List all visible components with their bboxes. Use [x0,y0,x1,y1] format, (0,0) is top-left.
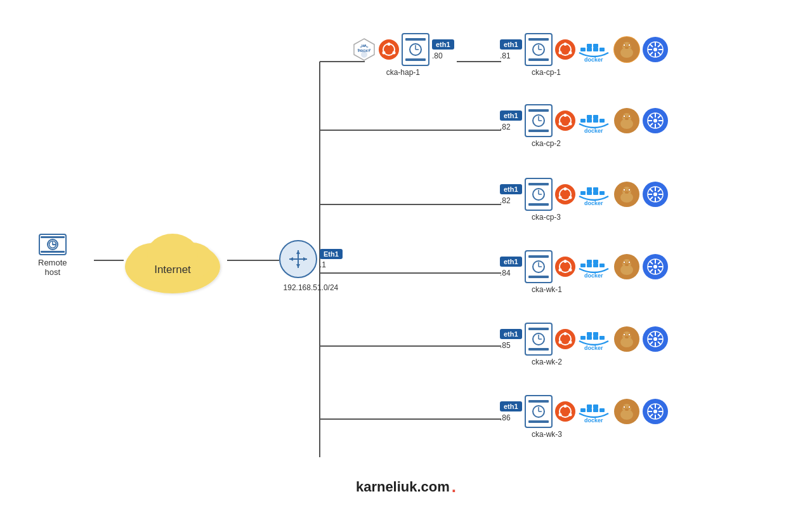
hap1-node: HA PROXY [352,33,454,77]
svg-point-165 [653,265,657,269]
hap1-ubuntu-icon [379,39,399,60]
hap1-ip: .80 [432,51,443,60]
svg-rect-181 [580,336,586,340]
cp2-ubuntu-icon [555,110,575,131]
cp2-eth-badge: eth1 [500,110,522,121]
cp1-node: eth1 .81 [500,33,668,77]
cp3-ubuntu-icon [555,184,575,204]
svg-rect-118 [587,187,592,191]
svg-rect-90 [599,119,605,123]
footer: karneliuk.com. [356,477,456,497]
cp1-containerd-icon [613,36,640,63]
wk2-docker-icon: docker [578,324,611,354]
cp3-eth-badge: eth1 [500,184,522,194]
cp2-k8s-icon [643,108,668,133]
cp2-containerd-icon [613,107,640,134]
svg-rect-150 [587,260,592,264]
router-icon [279,240,317,278]
cp2-node: eth1 .82 [500,104,668,148]
svg-point-193 [623,334,624,335]
svg-line-236 [658,406,661,409]
cp3-k8s-icon [643,182,668,207]
svg-line-141 [650,197,653,200]
wk2-server-icon [525,323,553,356]
wk1-label: cka-wk-1 [532,285,562,294]
svg-line-237 [650,414,653,417]
svg-point-84 [568,123,572,126]
svg-point-35 [360,46,362,48]
wk3-docker-icon: docker [578,397,611,426]
svg-rect-153 [593,264,598,267]
svg-rect-183 [587,336,592,340]
svg-point-33 [361,51,367,58]
svg-line-173 [650,269,653,272]
svg-point-146 [563,260,566,263]
wk3-ubuntu-icon [555,401,575,422]
cp2-server-icon [525,104,553,137]
svg-point-212 [568,413,572,417]
svg-rect-149 [580,264,586,267]
footer-dot: . [452,477,456,497]
svg-point-115 [558,196,561,199]
svg-point-36 [363,45,365,47]
svg-point-178 [563,332,566,335]
footer-text: karneliuk.com [356,479,450,495]
hap1-server-icon [402,33,429,66]
wk1-node: eth1 .84 [500,250,668,294]
svg-rect-214 [587,404,592,408]
svg-rect-154 [599,264,605,267]
svg-rect-58 [599,48,605,51]
svg-text:docker: docker [584,272,603,279]
svg-point-180 [568,341,572,344]
svg-point-148 [568,269,572,272]
svg-point-37 [367,46,369,48]
wk3-ip: .86 [500,413,511,422]
cp3-ip: .82 [500,196,511,205]
svg-line-75 [658,52,661,55]
svg-point-98 [628,116,629,117]
svg-line-203 [658,342,661,345]
remote-host-label: Remote host [38,258,67,277]
cp2-label: cka-cp-2 [532,139,561,148]
wk2-ip: .85 [500,341,511,350]
wk2-eth-badge: eth1 [500,329,522,339]
cidr-label: 192.168.51.0/24 [284,283,339,292]
svg-point-38 [369,49,371,51]
haproxy-logo: HA PROXY [352,37,376,62]
router-eth-badge: Eth1 [320,249,343,259]
svg-point-41 [383,51,386,55]
svg-point-226 [628,406,629,408]
svg-point-99 [625,117,629,120]
wk2-containerd-icon [613,326,640,352]
svg-text:docker: docker [584,57,603,63]
svg-point-101 [653,119,657,123]
svg-line-74 [650,44,653,47]
svg-rect-152 [593,260,598,264]
svg-rect-56 [593,44,598,48]
svg-line-202 [650,333,653,337]
cp2-docker-icon: docker [578,107,611,134]
wk1-containerd-icon [613,253,640,280]
remote-host-node: Remote host [38,234,67,277]
svg-point-211 [558,413,561,417]
svg-line-106 [650,115,653,118]
svg-rect-89 [593,119,598,123]
svg-marker-29 [303,257,307,261]
svg-point-195 [625,336,629,338]
svg-point-16 [49,241,56,248]
svg-rect-87 [587,119,592,123]
svg-point-50 [563,43,566,46]
cloud-svg: Internet [117,221,228,297]
svg-point-133 [653,192,657,196]
svg-text:docker: docker [584,200,603,206]
router-node: Eth1 .1 192.168.51.0/24 [279,240,343,292]
svg-point-65 [623,44,624,46]
svg-point-227 [625,408,629,411]
svg-rect-121 [593,191,598,195]
svg-rect-119 [587,191,592,195]
svg-rect-53 [580,48,586,51]
cp2-ip: .82 [500,123,511,131]
cp1-ubuntu-icon [555,39,575,60]
cp1-server-icon [525,33,553,66]
cp1-ip: .81 [500,51,511,60]
